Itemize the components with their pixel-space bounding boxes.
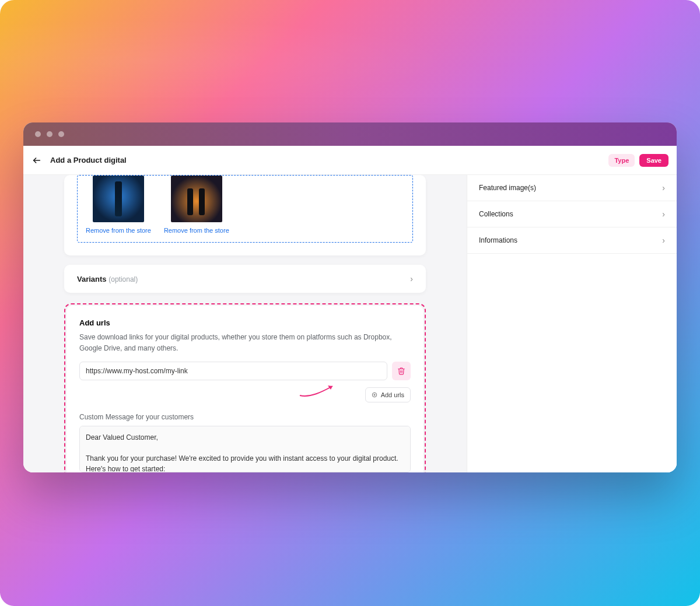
sidebar-item-informations[interactable]: Informations › <box>467 227 677 254</box>
remove-image-link[interactable]: Remove from the store <box>164 227 229 234</box>
sidebar-item-label: Featured image(s) <box>479 184 536 192</box>
custom-message-label: Custom Message for your customers <box>79 413 411 421</box>
image-item: Remove from the store <box>86 176 151 234</box>
page-title: Add a Product digital <box>50 156 127 164</box>
page-header: Add a Product digital Type Save <box>23 146 677 175</box>
urls-emphasis-border: Add urls Save download links for your di… <box>64 303 426 472</box>
plus-circle-icon <box>372 392 377 398</box>
url-input[interactable] <box>79 362 387 380</box>
delete-url-button[interactable] <box>392 362 411 380</box>
save-button[interactable]: Save <box>639 154 668 167</box>
urls-description: Save download links for your digital pro… <box>79 332 411 353</box>
product-image-thumbnail[interactable] <box>171 176 222 222</box>
chevron-right-icon: › <box>410 274 413 283</box>
add-urls-button[interactable]: Add urls <box>365 387 411 402</box>
arrow-left-icon <box>32 156 41 165</box>
window-dot <box>35 131 41 137</box>
main-column: Remove from the store Remove from the st… <box>23 175 467 472</box>
window-titlebar <box>23 122 677 146</box>
window-dot <box>47 131 52 137</box>
sidebar-item-featured-images[interactable]: Featured image(s) › <box>467 175 677 201</box>
urls-card: Add urls Save download links for your di… <box>66 306 424 472</box>
window-dot <box>58 131 64 137</box>
variants-optional: (optional) <box>108 275 138 283</box>
variants-label: Variants <box>77 275 107 283</box>
chevron-right-icon: › <box>662 183 665 192</box>
images-card: Remove from the store Remove from the st… <box>64 175 426 255</box>
images-dropzone[interactable]: Remove from the store Remove from the st… <box>77 175 413 243</box>
trash-icon <box>397 367 405 375</box>
sidebar: Featured image(s) › Collections › Inform… <box>467 175 677 472</box>
variants-title: Variants (optional) <box>77 275 138 283</box>
urls-heading: Add urls <box>79 318 411 327</box>
sidebar-item-label: Collections <box>479 210 513 218</box>
sidebar-item-collections[interactable]: Collections › <box>467 201 677 227</box>
sidebar-item-label: Informations <box>479 236 517 244</box>
browser-window: Add a Product digital Type Save Remove f… <box>23 122 677 472</box>
add-urls-label: Add urls <box>381 391 404 398</box>
type-button[interactable]: Type <box>608 154 635 167</box>
chevron-right-icon: › <box>662 236 665 245</box>
back-button[interactable] <box>32 155 42 166</box>
image-item: Remove from the store <box>164 176 229 234</box>
custom-message-textarea[interactable]: Dear Valued Customer, Thank you for your… <box>79 426 411 472</box>
remove-image-link[interactable]: Remove from the store <box>86 227 151 234</box>
chevron-right-icon: › <box>662 209 665 219</box>
product-image-thumbnail[interactable] <box>93 176 144 222</box>
variants-card[interactable]: Variants (optional) › <box>64 265 426 293</box>
